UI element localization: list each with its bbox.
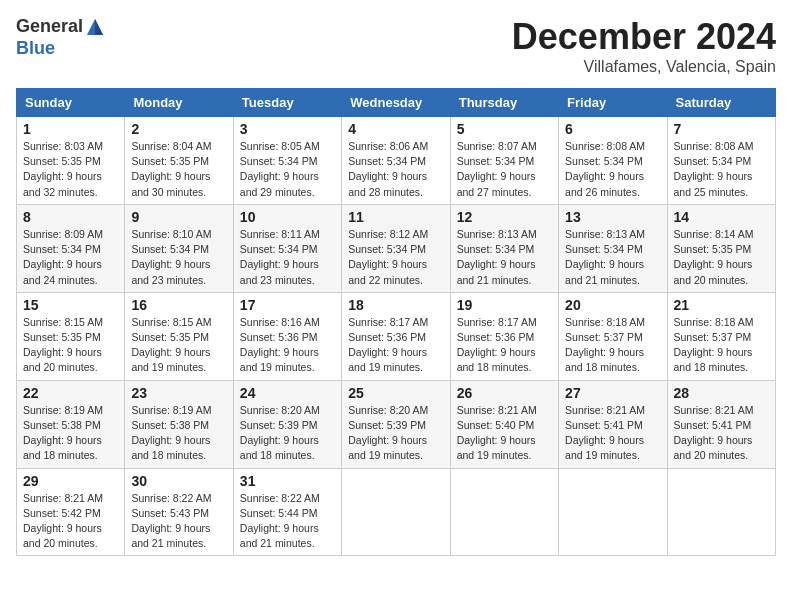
day-number: 25 bbox=[348, 385, 443, 401]
day-number: 22 bbox=[23, 385, 118, 401]
calendar-cell: 2Sunrise: 8:04 AMSunset: 5:35 PMDaylight… bbox=[125, 117, 233, 205]
weekday-header-monday: Monday bbox=[125, 89, 233, 117]
day-number: 26 bbox=[457, 385, 552, 401]
day-info: Sunrise: 8:20 AMSunset: 5:39 PMDaylight:… bbox=[348, 403, 443, 464]
day-info: Sunrise: 8:10 AMSunset: 5:34 PMDaylight:… bbox=[131, 227, 226, 288]
calendar-cell: 22Sunrise: 8:19 AMSunset: 5:38 PMDayligh… bbox=[17, 380, 125, 468]
calendar-week-row: 8Sunrise: 8:09 AMSunset: 5:34 PMDaylight… bbox=[17, 204, 776, 292]
day-number: 7 bbox=[674, 121, 769, 137]
svg-marker-1 bbox=[95, 19, 103, 35]
day-info: Sunrise: 8:13 AMSunset: 5:34 PMDaylight:… bbox=[565, 227, 660, 288]
day-number: 10 bbox=[240, 209, 335, 225]
day-info: Sunrise: 8:09 AMSunset: 5:34 PMDaylight:… bbox=[23, 227, 118, 288]
calendar-cell: 1Sunrise: 8:03 AMSunset: 5:35 PMDaylight… bbox=[17, 117, 125, 205]
calendar-cell: 9Sunrise: 8:10 AMSunset: 5:34 PMDaylight… bbox=[125, 204, 233, 292]
day-number: 13 bbox=[565, 209, 660, 225]
calendar-cell: 15Sunrise: 8:15 AMSunset: 5:35 PMDayligh… bbox=[17, 292, 125, 380]
day-info: Sunrise: 8:15 AMSunset: 5:35 PMDaylight:… bbox=[131, 315, 226, 376]
calendar-cell: 13Sunrise: 8:13 AMSunset: 5:34 PMDayligh… bbox=[559, 204, 667, 292]
calendar-cell: 19Sunrise: 8:17 AMSunset: 5:36 PMDayligh… bbox=[450, 292, 558, 380]
calendar-cell bbox=[667, 468, 775, 556]
calendar-week-row: 1Sunrise: 8:03 AMSunset: 5:35 PMDaylight… bbox=[17, 117, 776, 205]
calendar-cell: 6Sunrise: 8:08 AMSunset: 5:34 PMDaylight… bbox=[559, 117, 667, 205]
day-number: 21 bbox=[674, 297, 769, 313]
day-info: Sunrise: 8:22 AMSunset: 5:43 PMDaylight:… bbox=[131, 491, 226, 552]
weekday-header-thursday: Thursday bbox=[450, 89, 558, 117]
calendar-cell: 24Sunrise: 8:20 AMSunset: 5:39 PMDayligh… bbox=[233, 380, 341, 468]
calendar-body: 1Sunrise: 8:03 AMSunset: 5:35 PMDaylight… bbox=[17, 117, 776, 556]
calendar-cell: 8Sunrise: 8:09 AMSunset: 5:34 PMDaylight… bbox=[17, 204, 125, 292]
calendar-cell: 25Sunrise: 8:20 AMSunset: 5:39 PMDayligh… bbox=[342, 380, 450, 468]
weekday-header-friday: Friday bbox=[559, 89, 667, 117]
calendar-cell: 21Sunrise: 8:18 AMSunset: 5:37 PMDayligh… bbox=[667, 292, 775, 380]
day-number: 5 bbox=[457, 121, 552, 137]
page-header: General Blue December 2024 Villafames, V… bbox=[16, 16, 776, 76]
day-info: Sunrise: 8:13 AMSunset: 5:34 PMDaylight:… bbox=[457, 227, 552, 288]
day-number: 20 bbox=[565, 297, 660, 313]
day-info: Sunrise: 8:08 AMSunset: 5:34 PMDaylight:… bbox=[565, 139, 660, 200]
calendar-cell: 7Sunrise: 8:08 AMSunset: 5:34 PMDaylight… bbox=[667, 117, 775, 205]
calendar-cell: 14Sunrise: 8:14 AMSunset: 5:35 PMDayligh… bbox=[667, 204, 775, 292]
day-number: 12 bbox=[457, 209, 552, 225]
day-info: Sunrise: 8:20 AMSunset: 5:39 PMDaylight:… bbox=[240, 403, 335, 464]
month-title: December 2024 bbox=[512, 16, 776, 58]
day-info: Sunrise: 8:19 AMSunset: 5:38 PMDaylight:… bbox=[131, 403, 226, 464]
day-number: 14 bbox=[674, 209, 769, 225]
day-number: 9 bbox=[131, 209, 226, 225]
calendar-cell: 31Sunrise: 8:22 AMSunset: 5:44 PMDayligh… bbox=[233, 468, 341, 556]
calendar-cell bbox=[559, 468, 667, 556]
day-info: Sunrise: 8:12 AMSunset: 5:34 PMDaylight:… bbox=[348, 227, 443, 288]
day-info: Sunrise: 8:06 AMSunset: 5:34 PMDaylight:… bbox=[348, 139, 443, 200]
calendar-cell: 23Sunrise: 8:19 AMSunset: 5:38 PMDayligh… bbox=[125, 380, 233, 468]
calendar-cell: 28Sunrise: 8:21 AMSunset: 5:41 PMDayligh… bbox=[667, 380, 775, 468]
day-number: 23 bbox=[131, 385, 226, 401]
calendar-cell: 26Sunrise: 8:21 AMSunset: 5:40 PMDayligh… bbox=[450, 380, 558, 468]
logo: General Blue bbox=[16, 16, 107, 59]
calendar-week-row: 15Sunrise: 8:15 AMSunset: 5:35 PMDayligh… bbox=[17, 292, 776, 380]
calendar-cell: 27Sunrise: 8:21 AMSunset: 5:41 PMDayligh… bbox=[559, 380, 667, 468]
calendar-cell bbox=[450, 468, 558, 556]
calendar-cell: 11Sunrise: 8:12 AMSunset: 5:34 PMDayligh… bbox=[342, 204, 450, 292]
day-number: 30 bbox=[131, 473, 226, 489]
weekday-header-tuesday: Tuesday bbox=[233, 89, 341, 117]
day-info: Sunrise: 8:18 AMSunset: 5:37 PMDaylight:… bbox=[674, 315, 769, 376]
day-info: Sunrise: 8:16 AMSunset: 5:36 PMDaylight:… bbox=[240, 315, 335, 376]
day-number: 15 bbox=[23, 297, 118, 313]
calendar-table: SundayMondayTuesdayWednesdayThursdayFrid… bbox=[16, 88, 776, 556]
weekday-header-sunday: Sunday bbox=[17, 89, 125, 117]
day-number: 3 bbox=[240, 121, 335, 137]
day-number: 17 bbox=[240, 297, 335, 313]
calendar-week-row: 29Sunrise: 8:21 AMSunset: 5:42 PMDayligh… bbox=[17, 468, 776, 556]
calendar-cell: 12Sunrise: 8:13 AMSunset: 5:34 PMDayligh… bbox=[450, 204, 558, 292]
day-info: Sunrise: 8:03 AMSunset: 5:35 PMDaylight:… bbox=[23, 139, 118, 200]
day-number: 16 bbox=[131, 297, 226, 313]
day-number: 31 bbox=[240, 473, 335, 489]
calendar-cell: 5Sunrise: 8:07 AMSunset: 5:34 PMDaylight… bbox=[450, 117, 558, 205]
calendar-cell: 3Sunrise: 8:05 AMSunset: 5:34 PMDaylight… bbox=[233, 117, 341, 205]
day-number: 6 bbox=[565, 121, 660, 137]
calendar-cell: 17Sunrise: 8:16 AMSunset: 5:36 PMDayligh… bbox=[233, 292, 341, 380]
weekday-header-wednesday: Wednesday bbox=[342, 89, 450, 117]
day-number: 11 bbox=[348, 209, 443, 225]
calendar-cell: 30Sunrise: 8:22 AMSunset: 5:43 PMDayligh… bbox=[125, 468, 233, 556]
title-block: December 2024 Villafames, Valencia, Spai… bbox=[512, 16, 776, 76]
day-info: Sunrise: 8:19 AMSunset: 5:38 PMDaylight:… bbox=[23, 403, 118, 464]
day-number: 19 bbox=[457, 297, 552, 313]
day-number: 18 bbox=[348, 297, 443, 313]
calendar-week-row: 22Sunrise: 8:19 AMSunset: 5:38 PMDayligh… bbox=[17, 380, 776, 468]
calendar-header-row: SundayMondayTuesdayWednesdayThursdayFrid… bbox=[17, 89, 776, 117]
day-info: Sunrise: 8:21 AMSunset: 5:42 PMDaylight:… bbox=[23, 491, 118, 552]
calendar-cell: 29Sunrise: 8:21 AMSunset: 5:42 PMDayligh… bbox=[17, 468, 125, 556]
calendar-cell: 10Sunrise: 8:11 AMSunset: 5:34 PMDayligh… bbox=[233, 204, 341, 292]
calendar-cell bbox=[342, 468, 450, 556]
day-number: 1 bbox=[23, 121, 118, 137]
logo-general: General bbox=[16, 16, 83, 36]
day-info: Sunrise: 8:11 AMSunset: 5:34 PMDaylight:… bbox=[240, 227, 335, 288]
calendar-cell: 18Sunrise: 8:17 AMSunset: 5:36 PMDayligh… bbox=[342, 292, 450, 380]
day-info: Sunrise: 8:08 AMSunset: 5:34 PMDaylight:… bbox=[674, 139, 769, 200]
day-info: Sunrise: 8:14 AMSunset: 5:35 PMDaylight:… bbox=[674, 227, 769, 288]
day-number: 29 bbox=[23, 473, 118, 489]
day-number: 28 bbox=[674, 385, 769, 401]
day-number: 2 bbox=[131, 121, 226, 137]
weekday-header-saturday: Saturday bbox=[667, 89, 775, 117]
